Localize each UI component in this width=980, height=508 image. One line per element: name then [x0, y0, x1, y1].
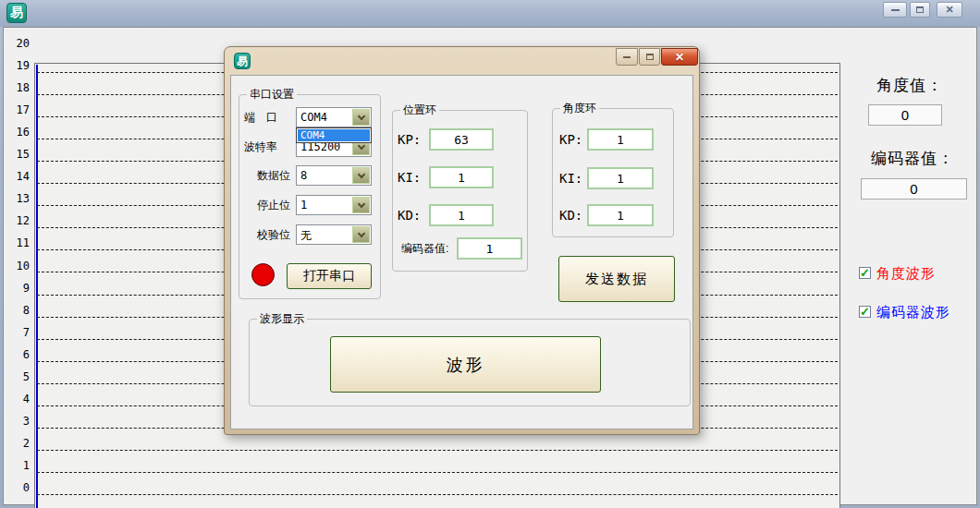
encoder-wave-checkbox-label[interactable]: 编码器波形: [876, 304, 950, 321]
maximize-button[interactable]: [910, 2, 930, 18]
y-axis-tick-label: 2: [7, 437, 30, 452]
position-loop-group-title: 位置环: [400, 103, 439, 116]
gridline: [37, 472, 838, 473]
open-serial-button[interactable]: 打开串口: [287, 263, 372, 289]
angle-kp-label: KP:: [559, 131, 582, 148]
position-ki-label: KI:: [398, 169, 421, 186]
port-combobox-value: COM4: [300, 111, 327, 124]
y-axis-tick-label: 1: [7, 459, 30, 474]
app-icon: 易: [6, 3, 27, 23]
encoder-value-label: 编码器值：: [853, 148, 972, 169]
stopbits-combobox-value: 1: [300, 199, 307, 212]
minimize-icon: [623, 56, 631, 58]
databits-combobox-value: 8: [300, 169, 307, 182]
main-titlebar[interactable]: 易 ✕: [0, 0, 980, 27]
position-kp-field[interactable]: 63: [429, 128, 494, 151]
stopbits-label: 停止位: [257, 198, 290, 212]
dialog-minimize-button[interactable]: [616, 48, 638, 66]
parity-combobox[interactable]: 无: [296, 224, 372, 245]
angle-value-label: 角度值：: [864, 75, 956, 96]
close-button[interactable]: ✕: [937, 2, 962, 18]
angle-ki-field[interactable]: 1: [587, 167, 654, 189]
waveform-display-group-title: 波形显示: [257, 312, 307, 325]
position-ki-field[interactable]: 1: [429, 166, 494, 188]
dialog-close-button[interactable]: ✕: [661, 48, 698, 66]
y-axis-tick-label: 4: [7, 393, 30, 407]
y-axis-labels: 20191817161514131211109876543210: [4, 28, 31, 506]
y-axis-tick-label: 20: [7, 37, 30, 52]
y-axis-tick-label: 15: [7, 148, 30, 163]
minimize-icon: [891, 9, 900, 11]
angle-wave-checkbox-label[interactable]: 角度波形: [876, 265, 936, 283]
stopbits-combobox[interactable]: 1: [296, 195, 372, 215]
y-axis-line: [36, 65, 38, 508]
position-kp-label: KP:: [398, 131, 421, 148]
y-axis-tick-label: 11: [7, 236, 30, 251]
send-data-button[interactable]: 发送数据: [558, 256, 675, 302]
angle-kd-label: KD:: [559, 207, 582, 224]
angle-loop-group-title: 角度环: [560, 102, 599, 115]
parity-combobox-value: 无: [300, 228, 312, 244]
baud-label: 波特率: [244, 139, 277, 154]
dialog-client-area: 串口设置 端 口 COM4 COM4 波特率 115200 数据位 8 停止位: [230, 75, 693, 429]
y-axis-tick-label: 16: [7, 126, 30, 140]
angle-kd-field[interactable]: 1: [587, 204, 654, 226]
checkmark-icon: ✓: [860, 306, 870, 318]
position-kd-field[interactable]: 1: [429, 204, 494, 226]
y-axis-tick-label: 6: [7, 348, 30, 363]
y-axis-tick-label: 12: [7, 214, 30, 229]
position-encoder-label: 编码器值:: [401, 241, 448, 256]
waveform-button[interactable]: 波形: [330, 336, 601, 393]
serial-settings-group-title: 串口设置: [247, 88, 297, 101]
port-dropdown-list: COM4: [296, 127, 372, 143]
databits-combobox[interactable]: 8: [296, 165, 372, 186]
databits-label: 数据位: [257, 168, 290, 183]
angle-wave-checkbox[interactable]: ✓: [859, 267, 871, 279]
main-window: 易 ✕ 20191817161514131211109876543210 角度值…: [0, 0, 980, 508]
close-icon: ✕: [945, 5, 953, 15]
port-combobox[interactable]: COM4: [296, 107, 372, 127]
y-axis-tick-label: 9: [7, 282, 30, 296]
y-axis-tick-label: 14: [7, 170, 30, 185]
y-axis-tick-label: 3: [7, 415, 30, 429]
y-axis-tick-label: 7: [7, 326, 30, 341]
gridline: [37, 494, 838, 495]
y-axis-tick-label: 10: [7, 260, 30, 274]
y-axis-tick-label: 18: [7, 81, 30, 96]
y-axis-tick-label: 17: [7, 103, 30, 118]
close-icon: ✕: [675, 52, 684, 63]
encoder-wave-checkbox[interactable]: ✓: [859, 306, 871, 318]
angle-kp-field[interactable]: 1: [587, 128, 654, 151]
dialog-app-icon: 易: [234, 53, 251, 69]
y-axis-tick-label: 5: [7, 370, 30, 385]
maximize-icon: [646, 54, 654, 60]
dialog-maximize-button[interactable]: [639, 48, 660, 66]
gridline: [37, 450, 838, 451]
chevron-down-icon[interactable]: [352, 226, 370, 243]
chevron-down-icon[interactable]: [352, 167, 370, 184]
parity-label: 校验位: [257, 227, 290, 242]
port-dropdown-item[interactable]: COM4: [298, 129, 370, 141]
y-axis-tick-label: 8: [7, 304, 30, 319]
position-encoder-field[interactable]: 1: [457, 237, 522, 260]
y-axis-tick-label: 13: [7, 192, 30, 207]
settings-dialog: 易 ✕ 串口设置 端 口 COM4 COM4 波特率: [224, 46, 700, 435]
minimize-button[interactable]: [883, 2, 907, 18]
port-label: 端 口: [244, 110, 277, 125]
angle-ki-label: KI:: [559, 170, 582, 187]
serial-status-indicator: [251, 263, 275, 286]
angle-value-box: 0: [868, 104, 942, 126]
checkmark-icon: ✓: [860, 267, 870, 279]
chevron-down-icon[interactable]: [352, 109, 370, 126]
position-kd-label: KD:: [398, 207, 421, 224]
dialog-titlebar[interactable]: 易 ✕: [225, 47, 699, 75]
y-axis-tick-label: 0: [7, 481, 30, 496]
maximize-icon: [916, 6, 924, 13]
y-axis-tick-label: 19: [7, 59, 30, 74]
encoder-value-box: 0: [861, 178, 967, 200]
chevron-down-icon[interactable]: [352, 197, 370, 213]
